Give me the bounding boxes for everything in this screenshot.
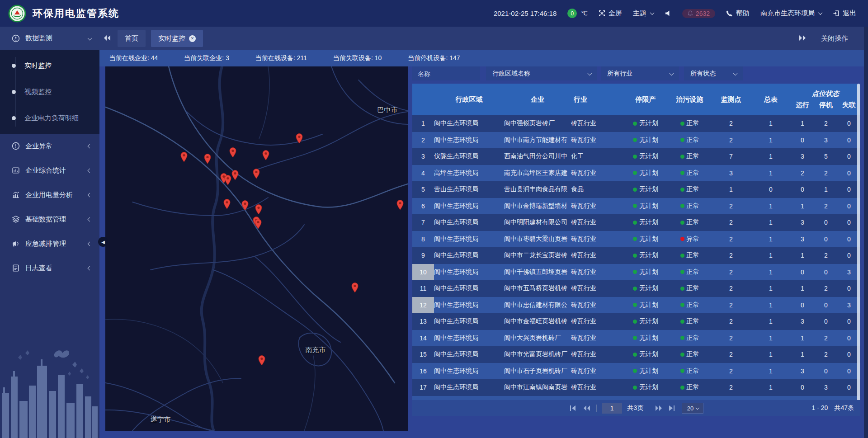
row-index[interactable]: 12 xyxy=(412,297,434,314)
sidebar-item-4[interactable]: 基础数据管理 xyxy=(0,207,99,231)
table-row[interactable]: 7阆中生态环境局阆中明阳建材有限公司砖瓦行业无计划正常21300 xyxy=(412,214,860,231)
help-button[interactable]: 帮助 xyxy=(726,9,750,18)
table-row[interactable]: 16阆中生态环境局阆中市石子页岩机砖厂砖瓦行业无计划正常21300 xyxy=(412,363,860,380)
map-pin[interactable] xyxy=(223,198,231,209)
sidebar-item-6[interactable]: 日志查看 xyxy=(0,256,99,280)
table-scrollbar[interactable] xyxy=(857,84,860,416)
row-index[interactable]: 11 xyxy=(412,280,434,297)
table-row[interactable]: 18南部生态环境局南部县砂化水泥有限公建材加工无计划正常60060 xyxy=(412,396,860,400)
table-row[interactable]: 3仪陇生态环境局西南油气田分公司川中化工无计划正常71350 xyxy=(412,148,860,165)
row-index[interactable]: 8 xyxy=(412,231,434,248)
table-row[interactable]: 17阆中生态环境局阆中市江南镇阆南页岩砖瓦行业无计划正常21030 xyxy=(412,379,860,396)
row-index[interactable]: 18 xyxy=(412,396,434,400)
map-pin[interactable] xyxy=(255,204,263,215)
last-page-button[interactable] xyxy=(668,405,676,411)
cell-company: 南充市高坪区王家店建 xyxy=(504,165,571,182)
map-pin[interactable] xyxy=(295,133,303,144)
map-pin[interactable] xyxy=(351,282,359,293)
row-index[interactable]: 15 xyxy=(412,346,434,363)
sidebar-collapse-button[interactable]: ◀ xyxy=(98,237,108,247)
row-index[interactable]: 14 xyxy=(412,330,434,347)
map-pin[interactable] xyxy=(241,200,249,211)
row-index[interactable]: 4 xyxy=(412,165,434,182)
row-index[interactable]: 1 xyxy=(412,115,434,132)
row-index[interactable]: 9 xyxy=(412,247,434,264)
theme-dropdown[interactable]: 主题 xyxy=(633,9,654,18)
sidebar-subitem-2[interactable]: 企业电力负荷明细 xyxy=(0,105,99,131)
map-panel[interactable]: 巴中市南充市遂宁市 xyxy=(105,66,408,431)
prev-page-button[interactable] xyxy=(583,405,591,411)
row-index[interactable]: 16 xyxy=(412,363,434,380)
row-index[interactable]: 13 xyxy=(412,313,434,330)
sidebar-item-1[interactable]: 企业异常 xyxy=(0,134,99,158)
cell-company: 营山县润丰肉食品有限 xyxy=(504,181,571,198)
map-pin[interactable] xyxy=(254,218,262,229)
bell-icon xyxy=(688,10,693,16)
page-size-select[interactable]: 20 xyxy=(682,403,703,414)
tabs-scroll-right-button[interactable] xyxy=(798,35,807,42)
first-page-button[interactable] xyxy=(569,405,577,411)
tab-realtime-monitor[interactable]: 实时监控 ✕ xyxy=(151,30,203,47)
cell-halt-count: 2 xyxy=(814,165,838,182)
table-row[interactable]: 14阆中生态环境局阆中大兴页岩机砖厂砖瓦行业无计划正常21120 xyxy=(412,330,860,347)
logout-button[interactable]: 退出 xyxy=(833,9,856,18)
org-dropdown[interactable]: 南充市生态环境局 xyxy=(760,9,822,18)
table-row[interactable]: 11阆中生态环境局阆中市五马桥页岩机砖砖瓦行业无计划正常21120 xyxy=(412,280,860,297)
map-pin[interactable] xyxy=(203,153,212,164)
sidebar-item-3[interactable]: 企业用电量分析 xyxy=(0,183,99,207)
next-page-button[interactable] xyxy=(655,405,663,411)
map-pin[interactable] xyxy=(262,150,270,160)
table-row[interactable]: 10阆中生态环境局阆中千佛镇五郎垭页岩砖瓦行业无计划正常21003 xyxy=(412,264,860,281)
page-number-input[interactable] xyxy=(602,403,622,414)
table-row[interactable]: 2阆中生态环境局阆中市南方节能建材有砖瓦行业无计划正常21030 xyxy=(412,132,860,149)
status-select[interactable]: 所有状态 xyxy=(684,66,743,80)
sidebar-item-2[interactable]: 企业综合统计 xyxy=(0,158,99,183)
table-row[interactable]: 1阆中生态环境局阆中强锐页岩砖厂砖瓦行业无计划正常21120 xyxy=(412,115,860,132)
table-row[interactable]: 5营山生态环境局营山县润丰肉食品有限食品无计划正常10010 xyxy=(412,181,860,198)
fullscreen-button[interactable]: 全屏 xyxy=(599,9,622,18)
stats-icon xyxy=(12,166,20,174)
sidebar-subitem-0[interactable]: 实时监控 xyxy=(0,52,99,79)
map-pin[interactable] xyxy=(396,199,404,210)
tab-close-icon[interactable]: ✕ xyxy=(189,35,196,42)
cell-company: 阆中大兴页岩机砖厂 xyxy=(504,330,571,347)
row-index[interactable]: 6 xyxy=(412,198,434,215)
table-row[interactable]: 13阆中生态环境局阆中市金福旺页岩机砖砖瓦行业无计划正常21300 xyxy=(412,313,860,330)
row-index[interactable]: 2 xyxy=(412,132,434,149)
row-index[interactable]: 5 xyxy=(412,181,434,198)
tab-home[interactable]: 首页 xyxy=(118,30,146,47)
row-index[interactable]: 3 xyxy=(412,148,434,165)
close-operations-button[interactable]: 关闭操作 xyxy=(821,34,848,43)
row-index[interactable]: 10 xyxy=(412,264,434,281)
table-row[interactable]: 8阆中生态环境局阆中市枣碧大梁山页岩砖瓦行业无计划异常21300 xyxy=(412,231,860,248)
sidebar-item-5[interactable]: 应急减排管理 xyxy=(0,231,99,256)
table-row[interactable]: 4高坪生态环境局南充市高坪区王家店建砖瓦行业无计划正常31220 xyxy=(412,165,860,182)
map-pin[interactable] xyxy=(258,355,266,366)
cell-monitor-points: 2 xyxy=(711,132,751,149)
region-select[interactable]: 行政区域名称 xyxy=(486,66,597,80)
table-row[interactable]: 6阆中生态环境局阆中市金博瑞新型墙材砖瓦行业无计划正常21120 xyxy=(412,198,860,215)
cell-halt-count: 0 xyxy=(814,313,838,330)
cell-industry: 砖瓦行业 xyxy=(571,313,623,330)
chevron-left-icon xyxy=(88,193,92,197)
notification-badge[interactable]: 2632 xyxy=(682,9,715,18)
map-pin[interactable] xyxy=(252,168,260,179)
sidebar-subitem-1[interactable]: 视频监控 xyxy=(0,79,99,105)
page-scrollbar[interactable] xyxy=(864,27,868,438)
table-row[interactable]: 12阆中生态环境局阆中市忠信建材有限公砖瓦行业无计划正常21003 xyxy=(412,297,860,314)
map-pin[interactable] xyxy=(231,170,239,180)
cell-industry: 砖瓦行业 xyxy=(571,132,623,149)
sidebar-item-0[interactable]: 数据监测 xyxy=(0,27,99,50)
cell-monitor-points: 2 xyxy=(711,313,751,330)
table-row[interactable]: 15阆中生态环境局阆中市光富页岩机砖厂砖瓦行业无计划正常21120 xyxy=(412,346,860,363)
industry-select[interactable]: 所有行业 xyxy=(601,66,679,80)
tabs-scroll-left-button[interactable] xyxy=(103,35,112,42)
bullet-dot-icon xyxy=(12,90,16,94)
table-row[interactable]: 9阆中生态环境局阆中市二龙长宝页岩砖砖瓦行业无计划正常21120 xyxy=(412,247,860,264)
mute-button[interactable] xyxy=(665,10,671,17)
row-index[interactable]: 17 xyxy=(412,379,434,396)
map-pin[interactable] xyxy=(229,147,237,158)
row-index[interactable]: 7 xyxy=(412,214,434,231)
name-search-input[interactable] xyxy=(412,66,480,80)
map-pin[interactable] xyxy=(180,151,188,162)
